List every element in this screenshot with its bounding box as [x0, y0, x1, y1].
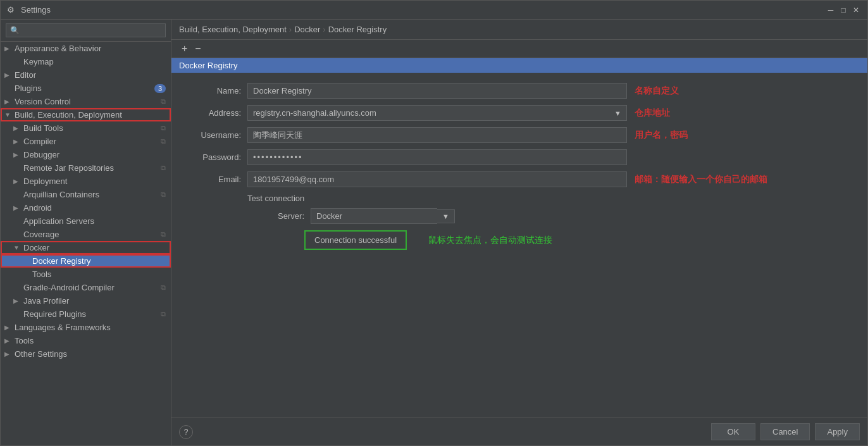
sidebar-item-label: Docker Registry — [32, 256, 90, 266]
expand-arrow — [13, 231, 21, 238]
form-area: Name: 名称自定义 Address: ▼ 仓库地址 Username: — [171, 73, 867, 418]
breadcrumb-part-2: Docker — [294, 25, 320, 34]
sidebar-item-label: Android — [23, 203, 52, 213]
breadcrumb-part-1: Build, Execution, Deployment — [179, 25, 287, 34]
sidebar-item-required-plugins[interactable]: Required Plugins ⧉ — [1, 307, 171, 321]
password-label: Password: — [184, 152, 241, 162]
expand-arrow: ▶ — [13, 125, 21, 132]
server-dropdown-btn[interactable]: ▼ — [437, 209, 455, 223]
sidebar-item-label: Compiler — [23, 137, 56, 146]
sidebar-item-arquillian[interactable]: Arquillian Containers ⧉ — [1, 188, 171, 201]
address-input[interactable] — [247, 105, 609, 121]
address-dropdown-btn[interactable]: ▼ — [609, 105, 627, 121]
expand-arrow: ▶ — [4, 98, 12, 106]
selected-item-bar: Docker Registry — [171, 58, 867, 73]
address-label: Address: — [184, 108, 241, 118]
password-row: Password: — [184, 149, 855, 165]
toolbar: + − — [171, 40, 867, 58]
copy-icon: ⧉ — [161, 283, 166, 292]
server-input[interactable] — [311, 208, 437, 224]
sidebar-item-label: Keymap — [23, 57, 54, 66]
sidebar-item-appearance[interactable]: ▶ Appearance & Behavior — [1, 42, 171, 55]
content-area: Build, Execution, Deployment › Docker › … — [171, 20, 867, 445]
sidebar-item-label: Plugins — [15, 84, 42, 93]
sidebar-item-application-servers[interactable]: Application Servers — [1, 214, 171, 228]
address-field-group: ▼ — [247, 105, 627, 121]
plugins-badge: 3 — [154, 84, 166, 93]
email-label: Email: — [184, 175, 241, 184]
breadcrumb-sep-1: › — [289, 25, 292, 34]
sidebar-item-label: Tools — [32, 269, 51, 279]
sidebar-item-java-profiler[interactable]: ▶ Java Profiler — [1, 294, 171, 307]
sidebar-item-label: Java Profiler — [23, 296, 69, 306]
connection-annotation: 鼠标失去焦点，会自动测试连接 — [428, 235, 552, 245]
sidebar-item-keymap[interactable]: Keymap — [1, 55, 171, 68]
sidebar-item-compiler[interactable]: ▶ Compiler ⧉ — [1, 135, 171, 148]
sidebar-item-tools-top[interactable]: ▶ Tools — [1, 334, 171, 347]
copy-icon: ⧉ — [161, 137, 166, 146]
sidebar-item-tools[interactable]: Tools — [1, 268, 171, 281]
email-annotation: 邮箱：随便输入一个你自己的邮箱 — [635, 174, 767, 185]
sidebar-item-plugins[interactable]: Plugins 3 — [1, 82, 171, 95]
name-input[interactable] — [247, 83, 627, 99]
settings-window: ⚙ Settings ─ □ ✕ ▶ Appearance & Behavior… — [0, 0, 868, 446]
server-field-group: ▼ — [311, 208, 455, 224]
sidebar-item-debugger[interactable]: ▶ Debugger — [1, 148, 171, 161]
name-annotation: 名称自定义 — [635, 85, 679, 97]
sidebar-item-label: Coverage — [23, 230, 59, 239]
copy-icon: ⧉ — [161, 164, 166, 172]
copy-icon: ⧉ — [161, 124, 166, 132]
window-title: Settings — [21, 5, 826, 15]
sidebar-item-docker[interactable]: ▼ Docker — [1, 241, 171, 254]
sidebar-item-label: Gradle-Android Compiler — [23, 283, 115, 292]
connection-status: Connection successful — [304, 230, 407, 250]
maximize-button[interactable]: □ — [838, 5, 848, 15]
add-button[interactable]: + — [179, 42, 190, 55]
expand-arrow: ▶ — [13, 138, 21, 146]
expand-arrow: ▶ — [13, 178, 21, 185]
expand-arrow: ▶ — [13, 297, 21, 305]
remove-button[interactable]: − — [192, 42, 203, 55]
sidebar-item-build-execution[interactable]: ▼ Build, Execution, Deployment — [1, 108, 171, 121]
sidebar-item-deployment[interactable]: ▶ Deployment — [1, 175, 171, 188]
main-area: ▶ Appearance & Behavior Keymap ▶ Editor … — [1, 20, 867, 445]
email-row: Email: 邮箱：随便输入一个你自己的邮箱 — [184, 171, 855, 187]
name-label: Name: — [184, 86, 241, 96]
expand-arrow: ▶ — [4, 324, 12, 331]
close-button[interactable]: ✕ — [851, 5, 861, 15]
sidebar-item-languages[interactable]: ▶ Languages & Frameworks — [1, 321, 171, 334]
sidebar-item-label: Languages & Frameworks — [15, 323, 111, 332]
sidebar-item-version-control[interactable]: ▶ Version Control ⧉ — [1, 95, 171, 108]
address-row: Address: ▼ 仓库地址 — [184, 105, 855, 121]
sidebar-item-build-tools[interactable]: ▶ Build Tools ⧉ — [1, 121, 171, 135]
apply-button[interactable]: Apply — [815, 423, 860, 440]
expand-arrow: ▶ — [4, 45, 12, 53]
sidebar-item-android[interactable]: ▶ Android — [1, 201, 171, 214]
copy-icon: ⧉ — [161, 230, 166, 238]
username-label: Username: — [184, 130, 241, 140]
sidebar-item-remote-jar[interactable]: Remote Jar Repositories ⧉ — [1, 161, 171, 175]
breadcrumb-part-3: Docker Registry — [328, 25, 387, 34]
password-input[interactable] — [247, 149, 627, 165]
email-input[interactable] — [247, 171, 627, 187]
sidebar-item-docker-registry[interactable]: Docker Registry — [1, 254, 171, 268]
window-icon: ⚙ — [7, 5, 17, 15]
sidebar-item-other-settings[interactable]: ▶ Other Settings — [1, 347, 171, 361]
search-input[interactable] — [6, 23, 166, 37]
name-row: Name: 名称自定义 — [184, 83, 855, 99]
sidebar-item-editor[interactable]: ▶ Editor — [1, 68, 171, 82]
expand-arrow — [22, 257, 30, 265]
cancel-button[interactable]: Cancel — [760, 423, 810, 440]
ok-button[interactable]: OK — [711, 423, 755, 440]
minimize-button[interactable]: ─ — [826, 5, 836, 15]
test-connection-section: Test connection Server: ▼ Connection suc… — [184, 194, 855, 256]
expand-arrow — [13, 218, 21, 225]
username-input[interactable] — [247, 127, 627, 143]
expand-arrow: ▶ — [13, 204, 21, 212]
copy-icon: ⧉ — [161, 310, 166, 318]
sidebar-item-label: Debugger — [23, 150, 59, 159]
sidebar-item-gradle-android[interactable]: Gradle-Android Compiler ⧉ — [1, 281, 171, 294]
help-button[interactable]: ? — [179, 425, 193, 439]
breadcrumb-area: Build, Execution, Deployment › Docker › … — [171, 20, 867, 73]
sidebar-item-coverage[interactable]: Coverage ⧉ — [1, 228, 171, 241]
